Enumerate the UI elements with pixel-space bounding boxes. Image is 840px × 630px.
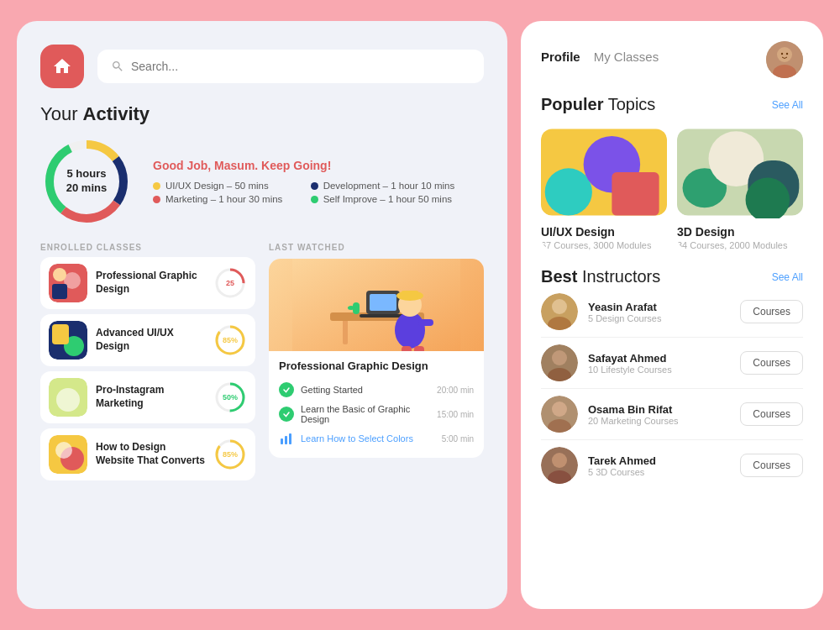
instructor-courses-1: 5 Design Courses <box>588 313 730 323</box>
legend-dot-marketing <box>153 196 160 203</box>
lw-lesson-3: Learn How to Select Colors 5:00 min <box>279 428 474 449</box>
search-icon <box>111 60 124 73</box>
svg-point-62 <box>552 350 567 365</box>
search-input[interactable] <box>131 60 470 73</box>
class-item-3[interactable]: Pro-Instagram Marketing 50% <box>40 371 255 423</box>
svg-rect-36 <box>418 319 433 326</box>
instructor-info-1: Yeasin Arafat 5 Design Courses <box>588 301 730 323</box>
courses-button-2[interactable]: Courses <box>740 351 803 375</box>
instructor-info-3: Osama Bin Rifat 20 Marketing Courses <box>588 403 730 426</box>
svg-rect-37 <box>402 346 412 351</box>
nav-profile[interactable]: Profile <box>541 50 594 71</box>
class-name-3: Pro-Instagram Marketing <box>96 384 205 410</box>
svg-rect-52 <box>612 172 659 216</box>
instructors-list: Yeasin Arafat 5 Design Courses Courses S… <box>541 286 803 491</box>
activity-title: Your Activity <box>40 103 484 125</box>
lw-duration-3: 5:00 min <box>442 434 474 444</box>
class-progress-label-2: 85% <box>223 336 238 344</box>
topic-3d[interactable]: 3D Design 34 Courses, 2000 Modules <box>677 126 803 250</box>
search-bar[interactable] <box>97 50 484 83</box>
topics-header: Populer Topics See All <box>541 95 803 114</box>
right-panel: Profile My Classes Populer Topics <box>521 21 823 609</box>
instructor-info-2: Safayat Ahmed 10 Lifestyle Courses <box>588 352 730 375</box>
svg-point-45 <box>777 47 792 62</box>
instructor-courses-3: 20 Marketing Courses <box>588 416 730 426</box>
class-name-2: Advanced UI/UX Design <box>96 327 205 353</box>
svg-point-65 <box>552 402 567 417</box>
svg-rect-41 <box>281 438 283 444</box>
enrolled-col: Enrolled Classes Professional Graphic De… <box>40 243 255 480</box>
legend-uiux: UI/UX Design – 50 mins <box>153 181 297 191</box>
topic-info-uiux: UI/UX Design 67 Courses, 3000 Modules <box>541 218 667 250</box>
svg-rect-40 <box>348 306 354 310</box>
donut-chart: 5 hours 20 mins <box>40 135 133 228</box>
svg-rect-7 <box>52 284 67 299</box>
legend-grid: UI/UX Design – 50 mins Development – 1 h… <box>153 181 454 204</box>
courses-button-4[interactable]: Courses <box>740 454 803 477</box>
popular-topics-section: Populer Topics See All <box>541 95 803 250</box>
svg-point-68 <box>552 453 567 468</box>
courses-button-3[interactable]: Courses <box>740 402 803 426</box>
svg-point-47 <box>781 53 783 55</box>
lw-lesson-name-3[interactable]: Learn How to Select Colors <box>301 433 435 444</box>
legend-dot-self <box>311 196 318 203</box>
legend-self: Self Improve – 1 hour 50 mins <box>311 194 455 204</box>
class-progress-label-1: 25 <box>226 279 234 287</box>
courses-button-1[interactable]: Courses <box>740 300 803 323</box>
svg-point-22 <box>55 442 72 459</box>
instructor-name-3: Osama Bin Rifat <box>588 403 730 416</box>
class-progress-2: 85% <box>213 323 247 357</box>
instructor-name-1: Yeasin Arafat <box>588 301 730 313</box>
lw-duration-2: 15:00 min <box>437 410 474 419</box>
class-thumb-4 <box>49 435 87 474</box>
lw-check-2 <box>279 407 294 422</box>
instructors-see-all[interactable]: See All <box>772 271 803 283</box>
user-avatar[interactable] <box>766 41 803 78</box>
lw-chart-icon <box>279 431 294 446</box>
topic-thumb-3d <box>677 126 803 218</box>
svg-point-32 <box>395 312 425 349</box>
class-item-4[interactable]: How to Design Website That Converts 85% <box>40 428 255 480</box>
class-progress-label-3: 50% <box>223 393 238 402</box>
class-thumb-1 <box>49 264 87 302</box>
instructor-4: Tarek Ahmed 5 3D Courses Courses <box>541 440 803 491</box>
enrolled-header: Enrolled Classes <box>40 243 255 252</box>
class-name-1: Professional Graphic Design <box>96 270 205 296</box>
svg-point-8 <box>53 268 66 281</box>
svg-rect-43 <box>289 433 291 444</box>
topics-see-all[interactable]: See All <box>772 99 803 111</box>
app-wrapper: Your Activity <box>17 21 823 609</box>
svg-point-50 <box>545 168 592 215</box>
svg-rect-30 <box>370 294 396 311</box>
instructor-name-4: Tarek Ahmed <box>588 454 730 467</box>
lw-body: Professional Graphic Design Getting Star… <box>269 351 484 458</box>
class-item-2[interactable]: Advanced UI/UX Design 85% <box>40 314 255 366</box>
enrolled-list: Professional Graphic Design 25 <box>40 257 255 480</box>
lw-lesson-2: Learn the Basic of Graphic Design 15:00 … <box>279 401 474 428</box>
home-icon <box>52 56 72 76</box>
instructor-avatar-4 <box>541 447 578 484</box>
svg-rect-13 <box>52 324 69 344</box>
lw-title: Professional Graphic Design <box>279 360 474 372</box>
legend-dev: Development – 1 hour 10 mins <box>311 181 455 191</box>
topic-info-3d: 3D Design 34 Courses, 2000 Modules <box>677 218 803 250</box>
class-item-1[interactable]: Professional Graphic Design 25 <box>40 257 255 309</box>
instructors-section: Best Instructors See All Yeasin Arafat 5… <box>541 267 803 491</box>
lw-image <box>269 259 484 351</box>
svg-point-59 <box>552 299 567 314</box>
topic-name-3d: 3D Design <box>677 225 803 239</box>
svg-point-48 <box>786 53 788 55</box>
legend-dot-dev <box>311 182 318 190</box>
donut-center: 5 hours 20 mins <box>66 167 107 196</box>
lw-lesson-name-2: Learn the Basic of Graphic Design <box>301 404 430 424</box>
class-thumb-2 <box>49 321 87 360</box>
svg-point-17 <box>56 388 80 412</box>
left-panel: Your Activity <box>17 21 507 609</box>
topic-uiux[interactable]: UI/UX Design 67 Courses, 3000 Modules <box>541 126 667 250</box>
lw-lesson-name-1: Getting Started <box>301 385 430 395</box>
nav-myclasses[interactable]: My Classes <box>594 50 673 71</box>
instructors-header: Best Instructors See All <box>541 267 803 286</box>
home-button[interactable] <box>40 45 84 88</box>
topics-title: Populer Topics <box>541 95 655 114</box>
topic-meta-3d: 34 Courses, 2000 Modules <box>677 240 803 250</box>
